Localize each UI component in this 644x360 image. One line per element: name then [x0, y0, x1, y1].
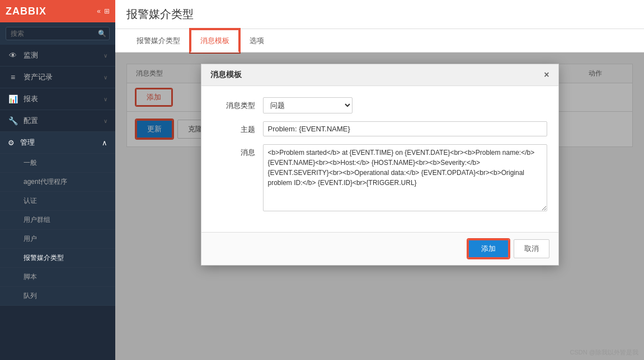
collapse-icon[interactable]: « — [97, 7, 101, 15]
sidebar-item-label: 管理 — [20, 138, 35, 148]
subject-label: 主题 — [213, 121, 263, 135]
management-icon: ⚙ — [8, 139, 15, 147]
sidebar-sub-item-agent[interactable]: agent代理程序 — [0, 173, 115, 192]
sidebar-sub-item-general[interactable]: 一般 — [0, 154, 115, 173]
type-label: 消息类型 — [213, 97, 263, 111]
sidebar-sub-item-media[interactable]: 报警媒介类型 — [0, 249, 115, 268]
modal-overlay: 消息模板 × 消息类型 问题 问题恢复 问题更新 服务 服务恢复 — [115, 53, 644, 360]
message-control: <b>Problem started</b> at {EVENT.TIME} o… — [263, 144, 547, 213]
chevron-down-icon: ∨ — [104, 74, 107, 80]
sidebar-item-config[interactable]: 🔧 配置 ∨ — [0, 110, 115, 132]
sidebar-item-label: 资产记录 — [23, 72, 53, 82]
tabs-bar: 报警媒介类型 消息模板 选项 — [115, 29, 644, 53]
sidebar-item-management[interactable]: ⚙ 管理 ∧ — [0, 132, 115, 154]
subject-input[interactable] — [263, 121, 547, 136]
sidebar-sub-item-scripts[interactable]: 脚本 — [0, 268, 115, 287]
form-row-message: 消息 <b>Problem started</b> at {EVENT.TIME… — [213, 144, 547, 213]
modal-close-button[interactable]: × — [544, 70, 549, 79]
form-row-type: 消息类型 问题 问题恢复 问题更新 服务 服务恢复 服务更新 发现 自动注册 — [213, 97, 547, 113]
config-icon: 🔧 — [8, 116, 18, 125]
modal-cancel-button[interactable]: 取消 — [514, 239, 549, 258]
modal-title: 消息模板 — [210, 70, 242, 80]
subject-control — [263, 121, 547, 136]
reports-icon: 📊 — [8, 94, 18, 103]
main-content: 报警媒介类型 报警媒介类型 消息模板 选项 消息类型 模板 动作 添加 更新 — [115, 0, 644, 360]
modal-body: 消息类型 问题 问题恢复 问题更新 服务 服务恢复 服务更新 发现 自动注册 — [201, 86, 558, 232]
sidebar-header: ZABBIX « ⊞ — [0, 0, 115, 22]
watermark: CSDN @除我以外皆是我 — [570, 348, 638, 357]
sidebar-search-input[interactable] — [6, 27, 110, 40]
sidebar-item-monitoring[interactable]: 👁 监测 ∨ — [0, 45, 115, 67]
modal-footer: 添加 取消 — [201, 232, 558, 265]
monitoring-icon: 👁 — [8, 51, 18, 60]
content-area: 消息类型 模板 动作 添加 更新 克隆 删除 取消 消息模板 × — [115, 53, 644, 360]
modal-add-button[interactable]: 添加 — [468, 239, 509, 258]
message-template-modal: 消息模板 × 消息类型 问题 问题恢复 问题更新 服务 服务恢复 — [201, 64, 559, 266]
sidebar: ZABBIX « ⊞ 🔍 👁 监测 ∨ ≡ 资产记录 ∨ 📊 报表 ∨ — [0, 0, 115, 360]
type-control: 问题 问题恢复 问题更新 服务 服务恢复 服务更新 发现 自动注册 内部问题 内… — [263, 97, 547, 113]
sidebar-sub-item-queue[interactable]: 队列 — [0, 287, 115, 306]
sidebar-item-label: 监测 — [23, 50, 38, 60]
message-textarea[interactable]: <b>Problem started</b> at {EVENT.TIME} o… — [263, 144, 547, 211]
sidebar-search-container: 🔍 — [0, 22, 115, 45]
message-label: 消息 — [213, 144, 263, 158]
sidebar-logo: ZABBIX — [6, 6, 46, 17]
sidebar-management-section: ⚙ 管理 ∧ 一般 agent代理程序 认证 用户群组 用户 报警媒介类型 脚本… — [0, 132, 115, 306]
tab-options[interactable]: 选项 — [239, 29, 274, 53]
assets-icon: ≡ — [8, 73, 18, 82]
search-icon: 🔍 — [98, 30, 106, 37]
sidebar-item-assets[interactable]: ≡ 资产记录 ∨ — [0, 67, 115, 88]
sidebar-item-label: 报表 — [23, 94, 38, 104]
expand-icon[interactable]: ⊞ — [104, 7, 110, 15]
sidebar-item-label: 配置 — [23, 116, 38, 126]
page-title: 报警媒介类型 — [126, 7, 633, 22]
sidebar-sub-item-auth[interactable]: 认证 — [0, 192, 115, 211]
sidebar-controls: « ⊞ — [97, 7, 110, 15]
chevron-up-icon: ∧ — [102, 139, 107, 147]
tab-media-type[interactable]: 报警媒介类型 — [126, 29, 190, 53]
sidebar-sub-item-usergroup[interactable]: 用户群组 — [0, 211, 115, 230]
page-header: 报警媒介类型 — [115, 0, 644, 29]
chevron-down-icon: ∨ — [104, 53, 107, 59]
chevron-down-icon: ∨ — [104, 96, 107, 102]
tab-message-template[interactable]: 消息模板 — [190, 29, 239, 53]
sidebar-item-reports[interactable]: 📊 报表 ∨ — [0, 88, 115, 110]
modal-header: 消息模板 × — [201, 64, 558, 86]
form-row-subject: 主题 — [213, 121, 547, 136]
chevron-down-icon: ∨ — [104, 118, 107, 124]
sidebar-sub-item-users[interactable]: 用户 — [0, 230, 115, 249]
message-type-select[interactable]: 问题 问题恢复 问题更新 服务 服务恢复 服务更新 发现 自动注册 内部问题 内… — [263, 97, 352, 113]
